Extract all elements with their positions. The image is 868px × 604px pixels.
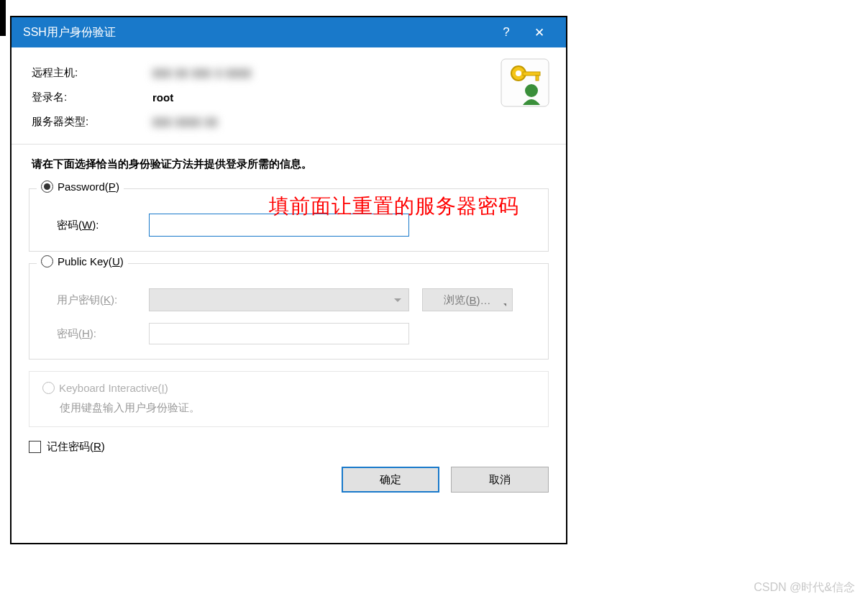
key-user-icon	[500, 58, 550, 108]
remote-host-value: ▮▮▮ ▮▮ ▮▮▮ ▮ ▮▮▮▮	[152, 66, 546, 79]
connection-info: 远程主机: ▮▮▮ ▮▮ ▮▮▮ ▮ ▮▮▮▮ 登录名: root 服务器类型:…	[12, 47, 566, 144]
remember-checkbox[interactable]	[29, 441, 41, 453]
userkey-combo	[149, 288, 409, 311]
keyboard-radio-row: Keyboard Interactive(I)	[42, 382, 535, 394]
window-title: SSH用户身份验证	[23, 25, 490, 40]
browse-button: 浏览(B)…	[422, 288, 513, 311]
decoration-bar	[0, 0, 6, 36]
password-radio[interactable]	[41, 180, 53, 193]
svg-rect-0	[501, 59, 549, 106]
login-name-value: root	[152, 91, 546, 104]
userkey-label: 用户密钥(K):	[42, 293, 149, 307]
publickey-auth-group: Public Key(U) 用户密钥(K): 浏览(B)… 密码(H):	[29, 263, 549, 360]
server-type-value: ▮▮▮ ▮▮▮▮ ▮▮	[152, 115, 546, 128]
login-name-label: 登录名:	[32, 91, 152, 104]
remember-label: 记住密码(R)	[47, 440, 105, 454]
key-password-label: 密码(H):	[42, 327, 149, 341]
remote-host-label: 远程主机:	[32, 66, 152, 80]
close-button[interactable]: ✕	[523, 17, 556, 47]
password-label: 密码(W):	[42, 219, 149, 232]
password-input[interactable]	[149, 214, 409, 237]
keyboard-legend: Keyboard Interactive(I)	[59, 382, 168, 394]
dialog-window: SSH用户身份验证 ? ✕ 远程主机: ▮▮▮ ▮▮ ▮▮▮ ▮ ▮▮▮▮ 登录…	[10, 16, 567, 544]
keyboard-auth-group: Keyboard Interactive(I) 使用键盘输入用户身份验证。	[29, 371, 549, 427]
svg-point-5	[525, 84, 538, 97]
instruction-text: 请在下面选择恰当的身份验证方法并提供登录所需的信息。	[12, 145, 566, 177]
dialog-buttons: 确定 取消	[12, 454, 566, 493]
svg-point-2	[516, 70, 521, 76]
keyboard-radio	[42, 382, 55, 394]
keyboard-desc: 使用键盘输入用户身份验证。	[42, 401, 535, 415]
key-password-input	[149, 323, 409, 344]
help-button[interactable]: ?	[490, 17, 523, 47]
ok-button[interactable]: 确定	[342, 467, 439, 493]
server-type-label: 服务器类型:	[32, 115, 152, 129]
password-radio-row[interactable]: Password(P)	[37, 180, 124, 193]
publickey-radio[interactable]	[41, 255, 53, 267]
password-legend: Password(P)	[58, 180, 119, 193]
publickey-legend: Public Key(U)	[58, 255, 124, 267]
titlebar: SSH用户身份验证 ? ✕	[12, 17, 566, 47]
cancel-button[interactable]: 取消	[451, 467, 549, 493]
publickey-radio-row[interactable]: Public Key(U)	[37, 255, 128, 267]
remember-password-row[interactable]: 记住密码(R)	[29, 440, 549, 454]
svg-rect-3	[523, 72, 540, 76]
svg-rect-4	[536, 76, 539, 81]
watermark: CSDN @时代&信念	[754, 580, 855, 595]
password-auth-group: Password(P) 密码(W):	[29, 188, 549, 252]
